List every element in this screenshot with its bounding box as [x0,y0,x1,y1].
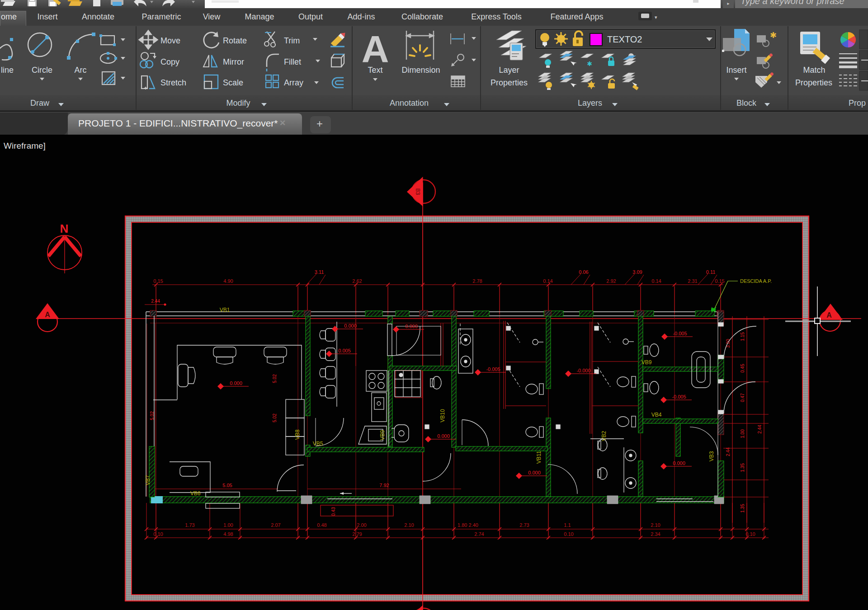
svg-text:3.09: 3.09 [632,269,642,275]
svg-text:VB9: VB9 [642,359,652,366]
svg-text:1.15: 1.15 [740,332,745,341]
svg-text:0.06: 0.06 [579,269,588,275]
svg-text:A: A [45,311,50,319]
svg-text:0.10: 0.10 [153,531,163,537]
svg-text:1.73: 1.73 [185,522,194,528]
svg-text:1.35: 1.35 [740,463,745,472]
svg-text:Layers: Layers [578,99,602,108]
svg-text:VB4: VB4 [651,412,662,418]
svg-text:1.00: 1.00 [223,522,233,528]
svg-text:Properties: Properties [795,78,832,87]
svg-text:Modify: Modify [226,99,250,108]
svg-text:2.34: 2.34 [651,531,660,537]
svg-text:-0.000: -0.000 [576,368,590,373]
svg-text:VB1: VB1 [220,307,230,313]
svg-text:0.11: 0.11 [706,269,716,275]
svg-text:Annotation: Annotation [390,99,429,108]
svg-text:0.47: 0.47 [740,393,745,402]
svg-text:5.05: 5.05 [222,483,232,488]
svg-text:2.78: 2.78 [472,278,482,284]
svg-text:0.000: 0.000 [344,323,357,328]
svg-text:A: A [826,311,832,319]
svg-text:Rotate: Rotate [223,36,247,45]
svg-text:0.10: 0.10 [745,531,755,537]
svg-text:0.48: 0.48 [317,522,326,528]
svg-text:0.000: 0.000 [528,470,541,475]
svg-text:4.90: 4.90 [223,278,233,284]
svg-text:1.35: 1.35 [740,504,745,513]
svg-text:0.43: 0.43 [331,507,336,516]
svg-text:0.000: 0.000 [230,380,242,386]
svg-text:2.07: 2.07 [271,522,280,528]
svg-text:VB8: VB8 [294,429,301,440]
svg-text:2.73: 2.73 [519,522,529,528]
svg-text:5.02: 5.02 [272,374,277,383]
svg-text:VB9: VB9 [379,430,386,440]
svg-text:2.62: 2.62 [352,278,362,284]
svg-text:2.79: 2.79 [352,531,362,537]
svg-text:Copy: Copy [160,57,179,66]
svg-text:0.45: 0.45 [740,364,745,373]
svg-text:DESCIDA A.P.: DESCIDA A.P. [740,278,772,284]
svg-text:line: line [1,66,14,75]
svg-text:Trim: Trim [284,36,300,45]
svg-text:5.02: 5.02 [272,413,277,422]
svg-text:Scale: Scale [223,78,243,87]
svg-text:1.1: 1.1 [564,522,571,528]
svg-text:0.10: 0.10 [564,531,573,537]
svg-text:A: A [362,28,389,70]
svg-text:2.31: 2.31 [688,278,697,284]
svg-text:2.44: 2.44 [757,425,762,434]
svg-text:0.14: 0.14 [651,278,661,284]
svg-text:0.000: 0.000 [673,460,685,466]
svg-text:2.10: 2.10 [651,522,660,528]
svg-text:VB6: VB6 [190,490,201,497]
svg-text:Insert: Insert [726,66,746,75]
svg-text:2.10: 2.10 [404,522,414,528]
svg-text:0.000: 0.000 [437,433,450,439]
svg-text:2.44: 2.44 [726,447,731,456]
svg-text:VB10: VB10 [439,409,446,422]
svg-text:4.98: 4.98 [223,531,233,537]
svg-text:2.74: 2.74 [474,531,484,537]
svg-text:0.15: 0.15 [153,278,163,284]
svg-text:Mirror: Mirror [223,57,244,66]
svg-text:Dimension: Dimension [401,66,440,75]
svg-text:-0.005: -0.005 [486,366,500,372]
svg-text:Draw: Draw [30,99,50,108]
svg-text:0.14: 0.14 [543,278,552,284]
svg-text:VB3: VB3 [708,451,715,461]
svg-text:Array: Array [284,78,303,87]
svg-text:2.92: 2.92 [606,278,616,284]
svg-text:Block: Block [736,99,757,108]
svg-text:3.11: 3.11 [315,269,324,275]
svg-text:1.00: 1.00 [740,429,745,438]
svg-text:2.00: 2.00 [357,522,366,528]
svg-text:1.80 2.40: 1.80 2.40 [458,522,478,528]
svg-text:0.005: 0.005 [338,348,351,353]
svg-text:Stretch: Stretch [160,78,186,87]
svg-text:✱: ✱ [770,31,777,40]
svg-text:-0.005: -0.005 [673,331,687,336]
svg-text:TEXTO2: TEXTO2 [607,34,642,44]
svg-text:0.000: 0.000 [405,324,418,329]
svg-text:Fillet: Fillet [284,57,301,66]
svg-text:Move: Move [160,36,180,45]
svg-text:VB2: VB2 [601,431,607,441]
svg-text:N: N [60,222,69,235]
svg-text:Text: Text [368,66,382,75]
svg-text:VB7: VB7 [145,475,151,485]
svg-text:VB11: VB11 [536,450,542,464]
svg-text:-0.005: -0.005 [672,394,686,399]
svg-text:Circle: Circle [32,66,52,75]
svg-text:2.44: 2.44 [151,299,160,304]
svg-text:0.15: 0.15 [715,278,724,284]
svg-text:Arc: Arc [75,66,87,75]
svg-text:Layer: Layer [499,66,519,75]
svg-text:VB5: VB5 [313,441,323,447]
svg-text:Properties: Properties [491,78,528,87]
svg-text:7.92: 7.92 [379,483,389,488]
svg-text:B3: B3 [415,188,421,195]
svg-text:Match: Match [803,66,825,75]
svg-text:Prop: Prop [849,99,866,108]
